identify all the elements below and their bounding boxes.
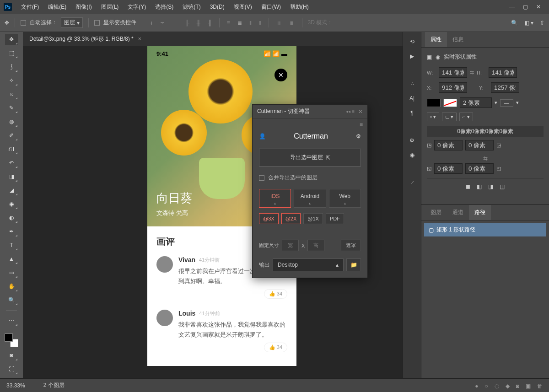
search-icon[interactable]: 🔍 bbox=[511, 20, 518, 26]
eraser-tool[interactable]: ◨ bbox=[5, 171, 18, 182]
menu-item[interactable]: 选择(S) bbox=[151, 4, 178, 10]
blur-tool[interactable]: ◉ bbox=[5, 199, 18, 209]
corner-tl-input[interactable] bbox=[434, 140, 463, 150]
scale-@1X[interactable]: @1X bbox=[303, 213, 323, 224]
menu-item[interactable]: 滤镜(T) bbox=[178, 4, 205, 10]
menu-item[interactable]: 图像(I) bbox=[71, 4, 96, 10]
align-icon[interactable]: ⫟ bbox=[158, 18, 167, 28]
rectangle-tool[interactable]: ▭ bbox=[5, 267, 18, 278]
stamp-tool[interactable]: ⛙ bbox=[5, 144, 18, 155]
character-icon[interactable]: ⛬ bbox=[409, 81, 415, 87]
transform-checkbox[interactable] bbox=[94, 20, 100, 26]
y-input[interactable] bbox=[491, 82, 519, 93]
pathop-icon[interactable]: ◫ bbox=[500, 183, 505, 190]
status-icon[interactable]: ○ bbox=[485, 383, 488, 389]
heal-tool[interactable]: ◍ bbox=[5, 116, 18, 127]
menu-item[interactable]: 图层(L) bbox=[97, 4, 124, 10]
eyedropper-tool[interactable]: ✎ bbox=[5, 102, 18, 113]
zoom-tool[interactable]: 🔍 bbox=[5, 295, 18, 306]
crop-tool[interactable]: ⟃ bbox=[5, 89, 18, 100]
tab-channels[interactable]: 通道 bbox=[447, 205, 469, 220]
panel-menu-icon[interactable]: ≡ bbox=[360, 121, 363, 128]
tab-info[interactable]: 信息 bbox=[447, 32, 469, 47]
pathop-icon[interactable]: ◧ bbox=[477, 183, 482, 190]
menu-item[interactable]: 窗口(W) bbox=[257, 4, 285, 10]
distribute-icon[interactable]: ⦀ bbox=[257, 18, 263, 28]
align-icon[interactable]: ╫ bbox=[195, 18, 203, 28]
path-select-tool[interactable]: ▲ bbox=[5, 253, 18, 264]
menu-item[interactable]: 3D(D) bbox=[205, 4, 229, 10]
play-icon[interactable]: ▶ bbox=[410, 53, 414, 59]
type-tool[interactable]: T bbox=[5, 240, 18, 251]
folder-button[interactable]: 📁 bbox=[346, 258, 361, 271]
width-box[interactable]: 宽 bbox=[282, 240, 299, 251]
platform-web[interactable]: Web▴ bbox=[329, 189, 361, 208]
history-brush-tool[interactable]: ↶ bbox=[5, 157, 18, 168]
height-input[interactable] bbox=[489, 67, 517, 78]
width-input[interactable] bbox=[439, 67, 467, 78]
corner-tr-input[interactable] bbox=[465, 140, 494, 150]
status-icon[interactable]: ● bbox=[475, 383, 478, 389]
menu-item[interactable]: 文字(Y) bbox=[123, 4, 151, 10]
gradient-tool[interactable]: ◢ bbox=[5, 185, 18, 196]
lasso-tool[interactable]: ⟆ bbox=[5, 61, 18, 72]
align-icon[interactable]: ⫠ bbox=[171, 18, 180, 28]
align-icon[interactable]: ╟ bbox=[183, 18, 191, 28]
tab-properties[interactable]: 属性 bbox=[425, 32, 447, 47]
screenmode-tool[interactable]: ⛶ bbox=[5, 364, 18, 375]
gear-icon[interactable]: ⚙ bbox=[356, 133, 361, 140]
align-icon[interactable]: ╢ bbox=[206, 18, 214, 28]
status-icon[interactable]: ◌ bbox=[495, 383, 499, 389]
tab-layers[interactable]: 图层 bbox=[425, 205, 447, 220]
marquee-tool[interactable]: ⬚ bbox=[5, 48, 18, 59]
stroke-swatch[interactable] bbox=[443, 99, 457, 107]
scale-PDF[interactable]: PDF bbox=[326, 213, 344, 224]
pen-tool[interactable]: ✒ bbox=[5, 226, 18, 237]
status-icon[interactable]: ◆ bbox=[506, 383, 510, 389]
close-icon[interactable]: × bbox=[138, 36, 141, 42]
merge-checkbox[interactable] bbox=[259, 175, 264, 181]
close-icon[interactable]: ✕ bbox=[358, 108, 363, 115]
layer-dropdown[interactable]: 图层 ▾ bbox=[61, 17, 83, 28]
zoom-level[interactable]: 33.33% bbox=[6, 382, 25, 389]
mask-button[interactable]: 遮罩 bbox=[341, 240, 361, 251]
user-icon[interactable]: 👤 bbox=[259, 133, 266, 140]
edit-toolbar[interactable]: ⋯ bbox=[5, 315, 18, 326]
menu-item[interactable]: 视图(V) bbox=[229, 4, 257, 10]
align-icon[interactable]: ⫞ bbox=[148, 18, 154, 28]
brush-tool[interactable]: ✐ bbox=[5, 130, 18, 141]
link-icon[interactable]: ⇆ bbox=[470, 70, 474, 75]
hand-tool[interactable]: ✋ bbox=[5, 281, 18, 292]
pathop-icon[interactable]: ◨ bbox=[488, 183, 493, 190]
trash-icon[interactable]: 🗑 bbox=[537, 383, 543, 389]
stroke-width-input[interactable] bbox=[460, 97, 492, 108]
scale-@2X[interactable]: @2X bbox=[281, 213, 301, 224]
path-item[interactable]: ▢矩形 1 形状路径 bbox=[424, 223, 546, 236]
color-swatches[interactable] bbox=[5, 333, 18, 347]
adjustments-icon[interactable]: ⚙ bbox=[409, 137, 414, 144]
quickmask-tool[interactable]: ◙ bbox=[5, 350, 18, 361]
distribute-icon[interactable]: ⫼ bbox=[274, 18, 284, 28]
brush-panel-icon[interactable]: ⟋ bbox=[409, 179, 415, 186]
close-button[interactable]: ✕ bbox=[536, 4, 541, 10]
height-box[interactable]: 高 bbox=[307, 240, 324, 251]
platform-android[interactable]: Android▴ bbox=[294, 189, 326, 208]
corner-bl-input[interactable] bbox=[434, 163, 463, 174]
maximize-button[interactable]: ▢ bbox=[523, 4, 528, 10]
menu-item[interactable]: 编辑(E) bbox=[43, 4, 71, 10]
scale-@3X[interactable]: @3X bbox=[259, 213, 279, 224]
stroke-style-dropdown[interactable]: ▾ bbox=[495, 100, 497, 106]
export-button[interactable]: 导出选中图层 ⇱ bbox=[259, 149, 361, 166]
paragraph-icon[interactable]: ¶ bbox=[410, 110, 413, 116]
platform-ios[interactable]: iOS▴ bbox=[259, 189, 291, 208]
dodge-tool[interactable]: ◐ bbox=[5, 212, 18, 223]
distribute-icon[interactable]: ⦀ bbox=[248, 18, 253, 28]
corner-link-icon[interactable]: ⇆ bbox=[483, 155, 488, 161]
move-tool[interactable]: ✥ bbox=[5, 34, 18, 45]
panel-collapse-icon[interactable]: ◂◂ ≡ bbox=[346, 109, 355, 114]
stroke-align[interactable]: ▫ ▾ bbox=[427, 113, 439, 121]
status-icon[interactable]: ◙ bbox=[516, 383, 519, 389]
minimize-button[interactable]: — bbox=[509, 4, 515, 10]
autoselect-checkbox[interactable] bbox=[21, 20, 26, 26]
corner-br-input[interactable] bbox=[465, 163, 494, 174]
